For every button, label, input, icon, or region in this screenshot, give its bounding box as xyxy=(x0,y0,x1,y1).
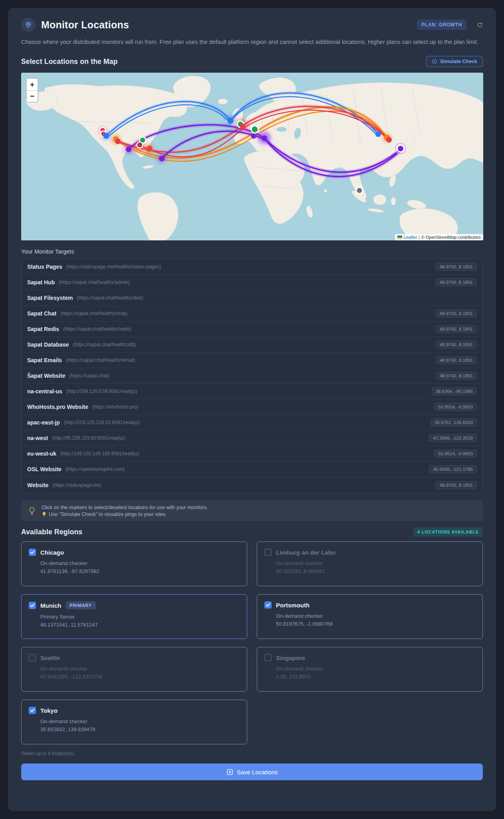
region-card-singapore[interactable]: Singapore On-demand checker 1.29, 103.85… xyxy=(257,647,483,692)
target-row: apac-east-jp(http://103.125.216.51:8081/… xyxy=(22,415,482,430)
map-canvas xyxy=(21,73,483,240)
lightbulb-emoji-icon xyxy=(42,512,47,517)
marker-korea-red xyxy=(386,137,392,143)
target-row: Sapat Database(https://sapat.chat/health… xyxy=(22,337,482,353)
simulate-check-button[interactable]: Simulate Check xyxy=(426,56,483,67)
world-map[interactable]: + − Leaflet | © OpenStreetMap contributo… xyxy=(21,73,483,240)
coords-badge: 50.8514, -0.9903 xyxy=(434,450,477,458)
checkbox-seattle[interactable] xyxy=(29,654,36,661)
save-icon xyxy=(226,769,233,775)
leaflet-link[interactable]: Leaflet xyxy=(404,235,417,240)
region-card-chicago[interactable]: Chicago On-demand checker 41.8781136, -8… xyxy=(21,541,247,586)
target-row: Sapat Hub(https://sapat.chat/healthz/adm… xyxy=(22,275,482,290)
checkbox-portsmouth[interactable] xyxy=(264,601,272,609)
coords-badge: 48.9742, 8.1851 xyxy=(436,263,477,271)
checkbox-limburg[interactable] xyxy=(264,549,272,556)
locations-available-badge: 4 LOCATIONS AVAILABLE xyxy=(413,527,483,537)
marker-italy-purple-2 xyxy=(262,135,267,141)
target-row: Sapat Filesystem(https://sapat.chat/heal… xyxy=(22,290,482,306)
marker-us-darkred xyxy=(137,142,143,148)
page-description: Choose where your distributed monitors w… xyxy=(21,38,483,46)
regions-heading: Available Regions xyxy=(21,528,83,536)
target-row: na-west(http://85.239.233.60:8081/readyz… xyxy=(22,430,482,446)
target-row: eu-west-uk(http://149.102.146.185:8081/r… xyxy=(22,446,482,462)
target-row: WhoHosts.pro Website(https://whohosts.pr… xyxy=(22,399,482,415)
monitor-targets-list: Status Pages(https://statuspage.me/healt… xyxy=(21,259,483,493)
coords-badge: 38.6364, -90.1985 xyxy=(432,387,477,395)
map-section-title: Select Locations on the Map xyxy=(21,58,118,66)
coords-badge: 48.9742, 8.1851 xyxy=(436,372,477,380)
region-card-seattle[interactable]: Seattle On-demand checker 47.6062095, -1… xyxy=(21,647,247,692)
coords-badge: 48.9742, 8.1851 xyxy=(436,278,477,286)
marker-uk-blue xyxy=(228,118,234,124)
marker-tokyo-purple-core xyxy=(398,146,403,151)
header: Monitor Locations PLAN: GROWTH xyxy=(21,18,483,32)
region-card-limburg[interactable]: Limburg an der Lahn On-demand checker 50… xyxy=(257,541,483,586)
coords-badge: 48.9742, 8.1851 xyxy=(436,356,477,364)
tip-box: Click on the markers to select/deselect … xyxy=(21,500,483,521)
play-icon xyxy=(432,59,437,64)
zoom-in-button[interactable]: + xyxy=(27,79,38,90)
region-card-munich[interactable]: Munich PRIMARY Primary Server 48.1371541… xyxy=(21,594,247,639)
target-row: Website(https://statuspage.me)48.9742, 8… xyxy=(22,477,482,493)
checkbox-munich[interactable] xyxy=(29,602,36,609)
target-row: Status Pages(https://statuspage.me/healt… xyxy=(22,259,482,275)
map-zoom-control: + − xyxy=(26,78,38,103)
target-row: na-central-us(http://209.126.0.56:8081/r… xyxy=(22,384,482,399)
page-title: Monitor Locations xyxy=(41,19,411,31)
region-card-portsmouth[interactable]: Portsmouth On-demand checker 50.8197675,… xyxy=(257,594,483,639)
refresh-icon[interactable] xyxy=(477,22,483,28)
target-row: Sapat Redis(https://sapat.chat/healthz/r… xyxy=(22,321,482,337)
regions-grid: Chicago On-demand checker 41.8781136, -8… xyxy=(21,541,483,744)
target-row: Sapat Chat(https://sapat.chat/healthz/ch… xyxy=(22,306,482,321)
targets-heading: Your Monitor Targets xyxy=(21,248,483,255)
zoom-out-button[interactable]: − xyxy=(27,90,38,102)
coords-badge: 45.5945, -121.1786 xyxy=(429,465,477,473)
primary-badge: PRIMARY xyxy=(66,601,96,609)
marker-munich-green xyxy=(251,126,258,133)
coords-badge: 48.9742, 8.1851 xyxy=(436,341,477,349)
marker-us-southeast-red xyxy=(147,146,153,152)
marker-italy-purple-1 xyxy=(251,134,256,139)
marker-uk-red xyxy=(240,124,245,129)
target-row: OSL Website(https://openstartuplist.com)… xyxy=(22,462,482,477)
monitor-locations-panel: Monitor Locations PLAN: GROWTH Choose wh… xyxy=(8,8,496,811)
marker-us-south-purple-2 xyxy=(159,156,165,161)
selection-limit-note: Select up to 4 location(s). xyxy=(21,751,483,756)
marker-china-blue xyxy=(375,131,381,137)
save-locations-button[interactable]: Save Locations xyxy=(21,763,483,780)
marker-us-central-red xyxy=(115,139,121,144)
checkbox-tokyo[interactable] xyxy=(29,707,36,714)
checkbox-chicago[interactable] xyxy=(29,549,36,556)
tip-line-1: Click on the markers to select/deselect … xyxy=(42,505,208,510)
coords-badge: 50.8514, -0.9903 xyxy=(434,403,477,411)
marker-us-south-purple-1 xyxy=(126,147,131,152)
marker-seattle-blue xyxy=(103,133,109,139)
coords-badge: 48.9742, 8.1851 xyxy=(436,309,477,317)
location-pin-icon xyxy=(21,18,36,32)
coords-badge: 35.6761, 139.6503 xyxy=(431,418,477,426)
coords-badge: 47.3066, -122.2619 xyxy=(429,434,477,442)
coords-badge: 48.9742, 8.1851 xyxy=(436,325,477,333)
checkbox-singapore[interactable] xyxy=(264,654,272,661)
ukraine-flag-icon xyxy=(397,236,402,239)
lightbulb-icon xyxy=(28,506,36,515)
marker-singapore-gray xyxy=(356,187,363,194)
target-row: Šapat Website(https://sapat.chat)48.9742… xyxy=(22,368,482,384)
target-row: Sapat Emails(https://sapat.chat/healthz/… xyxy=(22,353,482,368)
plan-badge: PLAN: GROWTH xyxy=(417,20,466,30)
coords-badge: 48.9742, 8.1851 xyxy=(436,481,477,489)
region-card-tokyo[interactable]: Tokyo On-demand checker 35.652832, 139.8… xyxy=(21,700,247,744)
map-attribution: Leaflet | © OpenStreetMap contributors xyxy=(395,234,483,240)
osm-attribution-link[interactable]: © OpenStreetMap contributors xyxy=(421,235,481,240)
tip-line-2: Use "Simulate Check" to visualize pings … xyxy=(42,512,208,517)
